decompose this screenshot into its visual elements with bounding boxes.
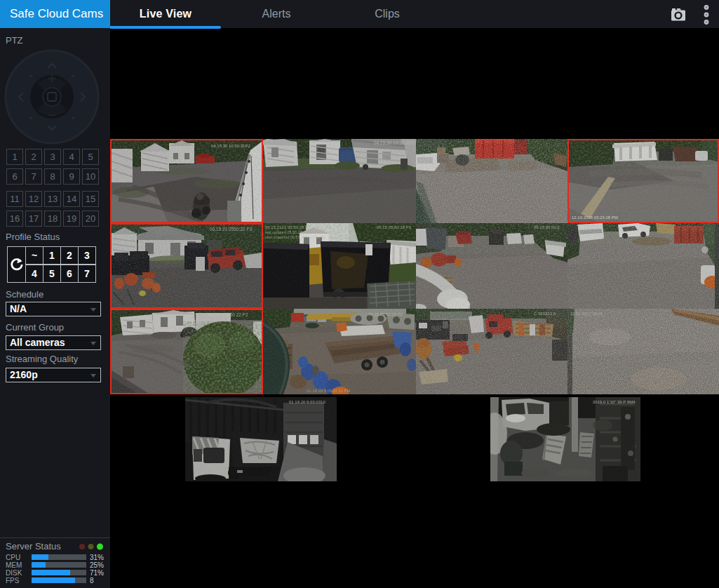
svg-text:06.15.2121 05:50:28:28: 06.15.2121 05:50:28:28 (265, 225, 310, 229)
svg-text:next snapshot 05:51:28 Tue Ju: next snapshot 05:51:28 Tue Jun 15 (265, 235, 325, 239)
svg-text:04.15.30 10:30:31P2: 04.15.30 10:30:31P2 (374, 140, 416, 145)
svg-text:04.15.30 10:30:31P2: 04.15.30 10:30:31P2 (211, 144, 250, 148)
svg-text:06.15 21:0550:22 P3: 06.15 21:0550:22 P3 (210, 227, 253, 232)
svg-text:12.19.2016 03:23:28 PM: 12.19.2016 03:23:28 PM (572, 215, 618, 220)
svg-text:C 350223:6: C 350223:6 (534, 312, 556, 316)
svg-text:06 15 05:50:28 P2: 06 15 05:50:28 P2 (368, 312, 403, 316)
svg-text:01 19 20 9:03:0310: 01 19 20 9:03:0310 (289, 400, 325, 404)
svg-text:06.15 2 0550 22 P2: 06.15 2 0550 22 P2 (208, 312, 248, 317)
svg-text:11.12.2017 18:11: 11.12.2017 18:11 (570, 312, 603, 316)
svg-text:06 15 05:50:2: 06 15 05:50:2 (534, 225, 560, 229)
svg-text:01 18 20 9:0500 31 PM: 01 18 20 9:0500 31 PM (307, 389, 350, 393)
svg-text:last updated 05:50:28: last updated 05:50:28 (265, 230, 302, 234)
svg-text:06.15 05:50:28 P3: 06.15 05:50:28 P3 (377, 225, 412, 229)
svg-text:2019.0 1'10" 39 P 9M4: 2019.0 1'10" 39 P 9M4 (593, 400, 636, 404)
